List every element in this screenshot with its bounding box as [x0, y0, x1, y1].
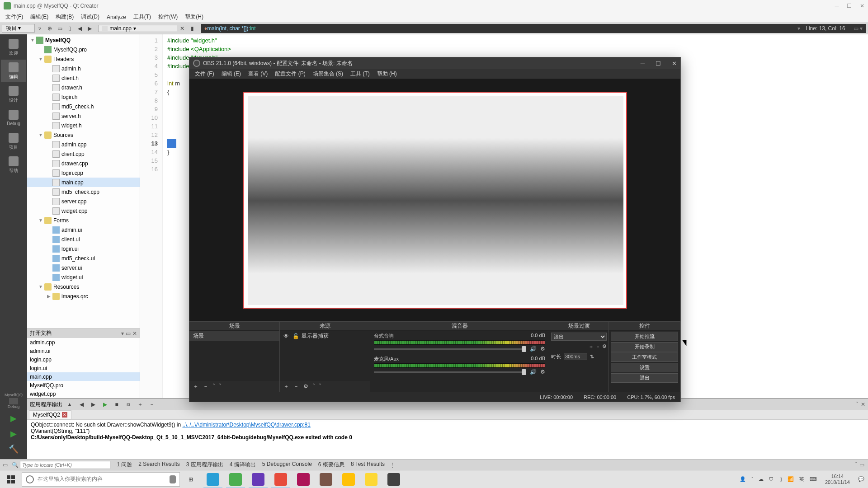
obs-titlebar[interactable]: OBS 21.1.0 (64bit, windows) - 配置文件: 未命名 … — [189, 57, 680, 69]
filter-icon[interactable]: ▲ — [65, 400, 74, 408]
open-doc-item[interactable]: login.ui — [27, 364, 140, 372]
control-button[interactable]: 设置 — [611, 363, 678, 372]
attach-icon[interactable]: ⧈ — [124, 400, 133, 408]
menu-item[interactable]: Analyze — [103, 14, 130, 20]
eye-icon[interactable]: 👁 — [283, 333, 290, 339]
menu-item[interactable]: 控件(W) — [155, 13, 181, 21]
control-button[interactable]: 退出 — [611, 373, 678, 383]
tree-item[interactable]: drawer.cpp — [27, 159, 140, 168]
source-item[interactable]: 👁 🔓 显示器捕获 — [280, 331, 370, 341]
tray-people-icon[interactable]: 👤 — [740, 476, 746, 482]
up-icon[interactable]: ˆ — [213, 383, 215, 389]
add-icon[interactable]: ＋ — [589, 343, 594, 350]
taskbar-app[interactable] — [269, 470, 292, 488]
lock-icon[interactable]: 🔓 — [292, 333, 299, 339]
remove-icon[interactable]: － — [203, 383, 208, 390]
tree-item[interactable]: ▼Resources — [27, 282, 140, 291]
taskbar-app[interactable] — [247, 470, 269, 488]
preview-canvas[interactable] — [243, 92, 627, 309]
menu-item[interactable]: 配置文件 (P) — [271, 70, 309, 78]
forward-button[interactable]: ▶ — [85, 24, 94, 33]
up-icon[interactable]: ˆ — [313, 383, 315, 389]
taskbar-app[interactable] — [382, 470, 405, 488]
locator-input[interactable] — [20, 461, 110, 469]
tray-battery-icon[interactable]: ▯ — [779, 476, 782, 482]
project-selector[interactable]: 项目 ▾ — [2, 24, 35, 33]
tray-keyboard-icon[interactable]: ⌨ — [810, 476, 817, 482]
minimize-button[interactable]: ─ — [835, 3, 839, 9]
speaker-icon[interactable]: 🔊 — [530, 346, 537, 352]
menu-item[interactable]: 文件(F) — [2, 13, 27, 21]
close-tab-icon[interactable]: ✕ — [62, 412, 67, 418]
filter-icon[interactable]: ▿ — [35, 24, 45, 33]
open-doc-item[interactable]: widget.cpp — [27, 389, 140, 398]
taskbar-app[interactable] — [337, 470, 360, 488]
next-icon[interactable]: ▶ — [89, 400, 98, 408]
tree-item[interactable]: md5_check.ui — [27, 253, 140, 263]
volume-slider[interactable] — [522, 369, 526, 375]
mode-项目[interactable]: 项目 — [1, 130, 26, 153]
tree-item[interactable]: server.cpp — [27, 197, 140, 206]
tray-chevron-icon[interactable]: ˆ — [751, 477, 753, 482]
back-button[interactable]: ◀ — [75, 24, 85, 33]
tree-item[interactable]: widget.ui — [27, 272, 140, 282]
run-button[interactable]: ▶ — [7, 412, 20, 425]
menu-item[interactable]: 编辑(E) — [27, 13, 52, 21]
taskbar-app[interactable] — [292, 470, 315, 488]
tree-item[interactable]: admin.ui — [27, 225, 140, 235]
bookmark-icon[interactable]: ▮ — [187, 24, 197, 33]
stepper-icon[interactable]: ⇅ — [590, 354, 594, 360]
mic-icon[interactable] — [170, 475, 176, 483]
mode-欢迎[interactable]: 欢迎 — [1, 36, 26, 59]
transition-select[interactable]: 淡出 — [551, 333, 607, 341]
menu-item[interactable]: 场景集合 (S) — [309, 70, 347, 78]
status-tab[interactable]: 2 Search Results — [136, 461, 182, 469]
split-icon-2[interactable]: ▯ — [65, 24, 75, 33]
status-tab[interactable]: 1 问题 — [114, 461, 135, 469]
build-target[interactable]: MyselfQQDebug — [1, 391, 26, 409]
tree-item[interactable]: ▼MyselfQQ — [27, 35, 140, 45]
add-icon[interactable]: ＋ — [193, 383, 198, 390]
menu-item[interactable]: 构建(B) — [52, 13, 77, 21]
tree-item[interactable]: client.h — [27, 73, 140, 83]
status-tab[interactable]: 6 概要信息 — [316, 461, 347, 469]
tray-notifications-icon[interactable]: 💬 — [858, 476, 864, 482]
mode-Debug[interactable]: Debug — [1, 107, 26, 129]
status-tab[interactable]: 3 应用程序输出 — [184, 461, 226, 469]
taskbar-app[interactable] — [360, 470, 382, 488]
output-body[interactable]: QObject::connect: No such slot Drawer::s… — [27, 420, 868, 459]
tree-item[interactable]: main.cpp — [27, 178, 140, 187]
taskbar-clock[interactable]: 16:14 2018/11/14 — [822, 474, 853, 485]
taskbar-search[interactable]: 在这里输入你要搜索的内容 — [22, 472, 180, 487]
tray-cloud-icon[interactable]: ☁ — [759, 476, 764, 482]
menu-item[interactable]: 工具(T) — [130, 13, 155, 21]
menu-item[interactable]: 编辑 (E) — [218, 70, 245, 78]
start-button[interactable] — [0, 470, 22, 488]
collapse-icon[interactable]: ˇ — [856, 401, 858, 408]
remove-icon[interactable]: － — [595, 343, 600, 350]
build-button[interactable]: 🔨 — [7, 443, 20, 455]
plus-icon[interactable]: ＋ — [136, 400, 145, 408]
taskbar-app[interactable] — [202, 470, 224, 488]
minus-icon[interactable]: － — [147, 400, 156, 408]
menu-item[interactable]: 调试(D) — [77, 13, 103, 21]
tree-item[interactable]: ▼Forms — [27, 216, 140, 225]
project-tree[interactable]: ▼MyselfQQMyselfQQ.pro▼Headersadmin.hclie… — [27, 34, 140, 328]
menu-item[interactable]: 查看 (V) — [245, 70, 271, 78]
tree-item[interactable]: ▼Headers — [27, 54, 140, 64]
tree-item[interactable]: widget.h — [27, 121, 140, 130]
tree-item[interactable]: admin.cpp — [27, 140, 140, 149]
tree-item[interactable]: md5_check.h — [27, 102, 140, 111]
status-tab[interactable]: 8 Test Results — [348, 461, 387, 469]
open-doc-item[interactable]: login.cpp — [27, 355, 140, 364]
task-view-button[interactable]: ⊞ — [180, 470, 202, 488]
tree-item[interactable]: login.cpp — [27, 168, 140, 178]
status-tab[interactable]: 4 编译输出 — [227, 461, 259, 469]
tree-item[interactable]: client.cpp — [27, 149, 140, 159]
prev-icon[interactable]: ◀ — [77, 400, 86, 408]
close-pane-icon[interactable]: ✕ — [132, 330, 137, 337]
remove-icon[interactable]: － — [293, 383, 299, 390]
tree-item[interactable]: client.ui — [27, 235, 140, 244]
menu-item[interactable]: 帮助(H) — [181, 13, 207, 21]
debug-button[interactable]: ▶ — [7, 427, 20, 440]
